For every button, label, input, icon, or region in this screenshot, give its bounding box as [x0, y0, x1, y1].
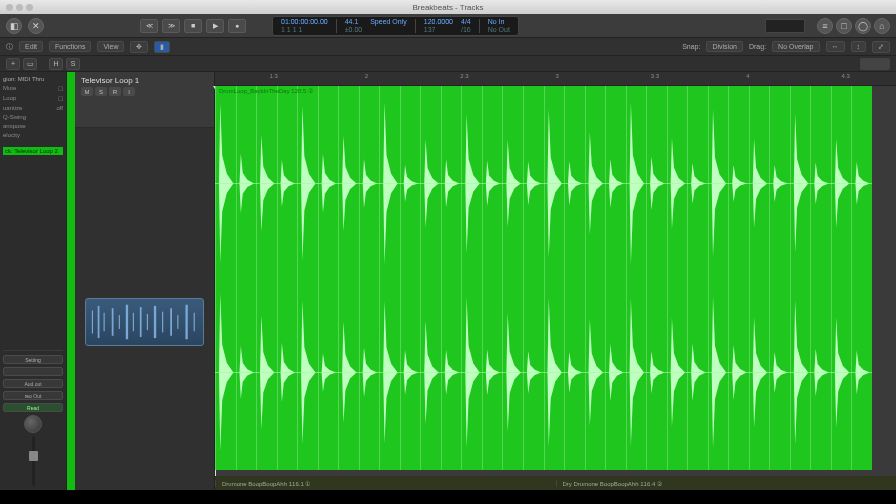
zoom-v-icon[interactable]: ↕	[851, 41, 867, 52]
tool-right-icon[interactable]: ▮	[154, 41, 170, 53]
play-button[interactable]: ▶	[206, 19, 224, 33]
pan-knob[interactable]	[24, 415, 42, 433]
transient-marker[interactable]	[769, 86, 770, 470]
ruler-tick: 2.3	[460, 73, 468, 79]
transient-marker[interactable]	[667, 86, 668, 470]
tool-left-icon[interactable]: ✥	[130, 41, 148, 53]
transient-marker[interactable]	[810, 86, 811, 470]
svg-rect-11	[162, 312, 163, 333]
transient-marker[interactable]	[626, 86, 627, 470]
rewind-button[interactable]: ≪	[140, 19, 158, 33]
transient-marker[interactable]	[420, 86, 421, 470]
transient-marker[interactable]	[215, 86, 216, 470]
transient-marker[interactable]	[605, 86, 606, 470]
transient-marker[interactable]	[379, 86, 380, 470]
svg-rect-8	[140, 307, 142, 337]
svg-rect-9	[147, 314, 148, 330]
cpu-meter	[765, 19, 805, 33]
ruler-tick: 1.3	[269, 73, 277, 79]
transient-marker[interactable]	[277, 86, 278, 470]
track-mute-button[interactable]: M	[81, 87, 93, 96]
loops-icon[interactable]: ◯	[855, 18, 871, 34]
transient-marker[interactable]	[236, 86, 237, 470]
window-title: Breakbeats - Tracks	[412, 3, 483, 12]
transient-marker[interactable]	[338, 86, 339, 470]
svg-rect-15	[194, 313, 195, 331]
transient-marker[interactable]	[441, 86, 442, 470]
global-s-button[interactable]: S	[66, 58, 80, 70]
lcd-offset: ±0.00	[345, 26, 362, 34]
transient-marker[interactable]	[790, 86, 791, 470]
transient-marker[interactable]	[687, 86, 688, 470]
drag-mode[interactable]: No Overlap	[772, 41, 819, 52]
transport-buttons: ≪ ≫ ■ ▶ ●	[140, 19, 246, 33]
lcd-display[interactable]: 01:00:00:00.00 1 1 1 1 44.1 ±0.00 Speed …	[272, 16, 519, 36]
automation-mode-button[interactable]: Read	[3, 403, 63, 412]
region-footer: Drumone BoopBoopAhh 116.1 ① Dry Drumone …	[215, 476, 896, 490]
transient-marker[interactable]	[359, 86, 360, 470]
edit-menu[interactable]: Edit	[19, 41, 43, 52]
region-label: DrumLoop_BackInTheDay 120.5 ②	[219, 87, 313, 94]
transient-marker[interactable]	[749, 86, 750, 470]
record-button[interactable]: ●	[228, 19, 246, 33]
track-name: Televisor Loop 1	[81, 76, 208, 85]
functions-menu[interactable]: Functions	[49, 41, 91, 52]
traffic-close-icon[interactable]	[6, 4, 13, 11]
eq-slot[interactable]	[3, 367, 63, 376]
zoom-h-icon[interactable]: ↔	[826, 41, 845, 52]
letterbox-bottom	[0, 490, 896, 504]
mute-label: Mute	[3, 85, 16, 92]
transient-marker[interactable]	[502, 86, 503, 470]
track-input-button[interactable]: I	[123, 87, 135, 96]
audio-region[interactable]: DrumLoop_BackInTheDay 120.5 ②	[215, 86, 872, 470]
quantize-value[interactable]: off	[56, 105, 63, 111]
transient-marker[interactable]	[318, 86, 319, 470]
transient-marker[interactable]	[256, 86, 257, 470]
volume-fader[interactable]	[3, 436, 63, 486]
transient-marker[interactable]	[728, 86, 729, 470]
add-track-button[interactable]: +	[6, 58, 20, 70]
bus-slot[interactable]: Aud.out	[3, 379, 63, 388]
catch-button[interactable]	[860, 58, 890, 70]
transient-marker[interactable]	[564, 86, 565, 470]
zoom-tool-icon[interactable]: ⤢	[872, 41, 890, 53]
track-header[interactable]: Televisor Loop 1 M S R I	[75, 72, 214, 128]
transient-marker[interactable]	[482, 86, 483, 470]
transient-marker[interactable]	[297, 86, 298, 470]
lcd-tempo2: 137	[424, 26, 453, 34]
stop-button[interactable]: ■	[184, 19, 202, 33]
list-editors-icon[interactable]: ≡	[817, 18, 833, 34]
library-toggle-icon[interactable]: ◧	[6, 18, 22, 34]
info-icon[interactable]: ⓘ	[6, 42, 13, 52]
track-rec-button[interactable]: R	[109, 87, 121, 96]
traffic-zoom-icon[interactable]	[26, 4, 33, 11]
forward-button[interactable]: ≫	[162, 19, 180, 33]
dup-track-button[interactable]: ▭	[23, 58, 37, 70]
ruler-tick: 2	[365, 73, 368, 79]
transient-marker[interactable]	[523, 86, 524, 470]
output-slot[interactable]: reo Out	[3, 391, 63, 400]
region-thumbnail[interactable]	[85, 298, 204, 346]
transient-marker[interactable]	[400, 86, 401, 470]
transient-marker[interactable]	[544, 86, 545, 470]
transient-marker[interactable]	[461, 86, 462, 470]
traffic-min-icon[interactable]	[16, 4, 23, 11]
transpose-label: anspose	[3, 123, 26, 129]
quantize-label: uantize	[3, 105, 22, 111]
setting-button[interactable]: Setting	[3, 355, 63, 364]
browser-icon[interactable]: ⌂	[874, 18, 890, 34]
view-menu[interactable]: View	[97, 41, 124, 52]
svg-rect-14	[185, 305, 187, 340]
transient-marker[interactable]	[585, 86, 586, 470]
transient-marker[interactable]	[708, 86, 709, 470]
global-h-button[interactable]: H	[49, 58, 63, 70]
track-solo-button[interactable]: S	[95, 87, 107, 96]
snap-value[interactable]: Division	[706, 41, 743, 52]
inspector-toggle-icon[interactable]: ✕	[28, 18, 44, 34]
transient-marker[interactable]	[646, 86, 647, 470]
control-bar: ◧ ✕ ≪ ≫ ■ ▶ ● 01:00:00:00.00 1 1 1 1 44.…	[0, 14, 896, 38]
transient-marker[interactable]	[831, 86, 832, 470]
ruler[interactable]: 1.3 2 2.3 3 3.3 4 4.3	[215, 72, 896, 86]
notes-icon[interactable]: □	[836, 18, 852, 34]
transient-marker[interactable]	[851, 86, 852, 470]
